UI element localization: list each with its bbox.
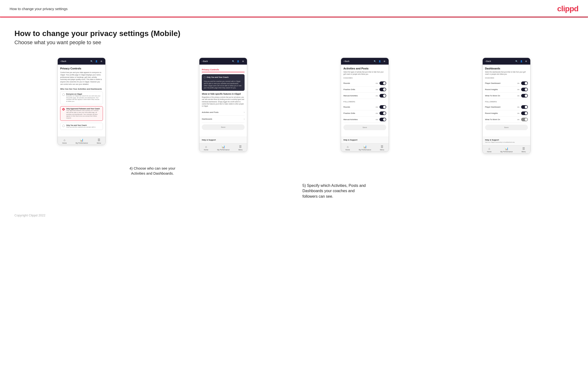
nav-menu-4[interactable]: ☰ Menu [522, 147, 526, 152]
phone-nav-4: ⌂ Home 📊 My Performance ☰ Menu [483, 145, 530, 153]
back-button-4[interactable]: ‹ Back [485, 60, 491, 62]
back-button-2[interactable]: ‹ Back [202, 60, 208, 62]
phone-icons-2: 🔍 👤 ⚙ [232, 59, 245, 63]
dashboards-title: Dashboards [485, 67, 528, 70]
nav-home-3[interactable]: ⌂ Home [345, 145, 350, 150]
help-section-2: Help & Support [199, 137, 247, 143]
phone-icons-1: 🔍 👤 ⚙ [90, 59, 103, 63]
toggle-round-insights-follower: Round Insights ON [485, 110, 528, 117]
dashboards-desc: Select the dashboards that you'd like to… [485, 71, 528, 75]
nav-performance-1[interactable]: 📊 My Performance [76, 138, 88, 144]
phone-content-1: Privacy Controls Control how you and you… [58, 65, 105, 137]
who-can-see-heading: Who Can See Your Activities and Dashboar… [60, 88, 103, 90]
toggle-manual-coach-switch[interactable] [380, 94, 386, 98]
toggle-manual-follower: Manual Activities ON [343, 117, 386, 123]
search-icon[interactable]: 🔍 [90, 59, 93, 63]
nav-performance-2[interactable]: 📊 My Performance [217, 145, 229, 150]
tooltip-box: Only You and Your Coach Only you and the… [202, 74, 245, 91]
caption-1: 4) Choose who can see your Activities an… [129, 166, 176, 176]
search-icon-2[interactable]: 🔍 [232, 59, 235, 63]
toggle-drills-coach-switch[interactable] [380, 88, 386, 91]
toggle-player-dash-follower: Player Dashboard ON [485, 104, 528, 110]
toggle-round-insights-follower-switch[interactable] [521, 111, 528, 115]
toggle-what-to-work-coach: What To Work On ON [485, 93, 528, 99]
profile-icon-3[interactable]: 👤 [378, 59, 381, 63]
nav-home-4[interactable]: ⌂ Home [487, 147, 492, 152]
menu-item-activities[interactable]: Activities and Posts › [202, 109, 245, 116]
settings-icon-4[interactable]: ⚙ [525, 59, 528, 63]
radio-circle-everyone [62, 93, 65, 96]
toggle-player-dash-coach-switch[interactable] [521, 81, 528, 85]
radio-option-everyone[interactable]: Everyone on Clippd Everyone on Clippd ca… [60, 92, 103, 104]
settings-icon-3[interactable]: ⚙ [383, 59, 386, 63]
search-icon-3[interactable]: 🔍 [373, 59, 377, 63]
save-button-2[interactable]: Save [202, 125, 245, 130]
privacy-controls-desc: Control how you and your data appears to… [60, 71, 103, 85]
search-icon-4[interactable]: 🔍 [515, 59, 518, 63]
radio-option-only-you[interactable]: Only You and Your Coach Only you and the… [60, 123, 103, 130]
phone-top-bar-1: ‹ Back 🔍 👤 ⚙ [58, 58, 105, 65]
settings-icon-2[interactable]: ⚙ [241, 59, 245, 63]
nav-performance-3[interactable]: 📊 My Performance [359, 145, 371, 150]
phone-mockup-3: ‹ Back 🔍 👤 ⚙ Activities and Posts Select… [341, 58, 389, 152]
phone-icons-4: 🔍 👤 ⚙ [515, 59, 528, 63]
phone-top-bar-4: ‹ Back 🔍 👤 ⚙ [483, 58, 530, 65]
save-button-4[interactable]: Save [485, 125, 528, 130]
toggle-player-dash-follower-switch[interactable] [521, 105, 528, 109]
nav-home-2[interactable]: ⌂ Home [204, 145, 208, 150]
coaches-label-3: COACHES [343, 77, 386, 79]
save-button-3[interactable]: Save [343, 125, 386, 130]
toggle-drills-follower: Practice Drills ON [343, 110, 386, 117]
nav-performance-4[interactable]: 📊 My Performance [501, 147, 513, 152]
toggle-manual-follower-switch[interactable] [380, 118, 386, 121]
nav-menu-2[interactable]: ☰ Menu [238, 145, 243, 150]
toggle-what-to-work-coach-switch[interactable] [521, 94, 528, 98]
toggle-what-to-work-follower-switch[interactable] [521, 118, 528, 121]
activities-desc: Select the types of activity that you'd … [343, 71, 386, 75]
toggle-drills-coach: Practice Drills ON [343, 86, 386, 93]
page-breadcrumb: How to change your privacy settings [10, 7, 68, 11]
toggle-round-insights-coach: Round Insights ON [485, 86, 528, 93]
help-title-3: Help & Support [343, 139, 386, 141]
privacy-controls-title: Privacy Controls [60, 67, 103, 70]
phone-mockup-2: ‹ Back 🔍 👤 ⚙ Privacy Controls [199, 58, 247, 152]
phone-mockup-4: ‹ Back 🔍 👤 ⚙ Dashboards Select the dashb… [482, 58, 530, 154]
menu-item-dashboards[interactable]: Dashboards › [202, 116, 245, 123]
toggle-rounds-follower-switch[interactable] [380, 105, 386, 109]
nav-home-1[interactable]: ⌂ Home [62, 138, 67, 144]
nav-menu-1[interactable]: ☰ Menu [97, 138, 101, 144]
phone-mockup-1: ‹ Back 🔍 👤 ⚙ Privacy Controls Control ho… [58, 58, 106, 145]
radio-circle-only-you [62, 125, 65, 127]
nav-menu-3[interactable]: ☰ Menu [380, 145, 384, 150]
back-button-1[interactable]: ‹ Back [60, 60, 66, 62]
privacy-tab[interactable]: Privacy Controls [202, 68, 219, 72]
profile-icon-4[interactable]: 👤 [520, 59, 523, 63]
caption-2: 5) Specify which Activities, Posts and D… [303, 183, 370, 199]
radio-option-approved[interactable]: Only Approved Followers and Your Coach O… [60, 106, 103, 121]
settings-icon[interactable]: ⚙ [100, 59, 103, 63]
coaches-label-4: COACHES [485, 77, 528, 79]
page-heading: How to change your privacy settings (Mob… [14, 29, 574, 38]
screenshot-col-3: ‹ Back 🔍 👤 ⚙ Activities and Posts Select… [298, 58, 432, 158]
profile-icon-2[interactable]: 👤 [236, 59, 240, 63]
phone-nav-2: ⌂ Home 📊 My Performance ☰ Menu [199, 143, 247, 151]
toggle-rounds-coach: Rounds ON [343, 80, 386, 86]
help-title-4: Help & Support [485, 139, 528, 141]
back-button-3[interactable]: ‹ Back [343, 60, 349, 62]
phone-content-4: Dashboards Select the dashboards that yo… [483, 65, 530, 137]
toggle-drills-follower-switch[interactable] [380, 111, 386, 115]
logo: clippd [557, 4, 578, 13]
toggle-rounds-coach-switch[interactable] [380, 81, 386, 85]
chevron-right-icon: › [244, 111, 245, 114]
toggle-what-to-work-follower: What To Work On ON [485, 117, 528, 123]
profile-icon[interactable]: 👤 [95, 59, 98, 63]
toggle-round-insights-coach-switch[interactable] [521, 88, 528, 91]
show-hide-desc: Regardless of the privacy controls that … [202, 96, 245, 107]
tooltip-radio-circle-1 [204, 76, 206, 78]
copyright: Copyright Clippd 2022 [14, 214, 45, 217]
footer: Copyright Clippd 2022 [0, 209, 588, 222]
radio-desc-everyone: Everyone on Clippd can search for you an… [66, 95, 101, 103]
help-title-2: Help & Support [202, 139, 245, 141]
help-section-4: Help & Support Visit our Clippd communit… [483, 137, 530, 145]
caption-area-1: 4) Choose who can see your Activities an… [14, 166, 291, 176]
